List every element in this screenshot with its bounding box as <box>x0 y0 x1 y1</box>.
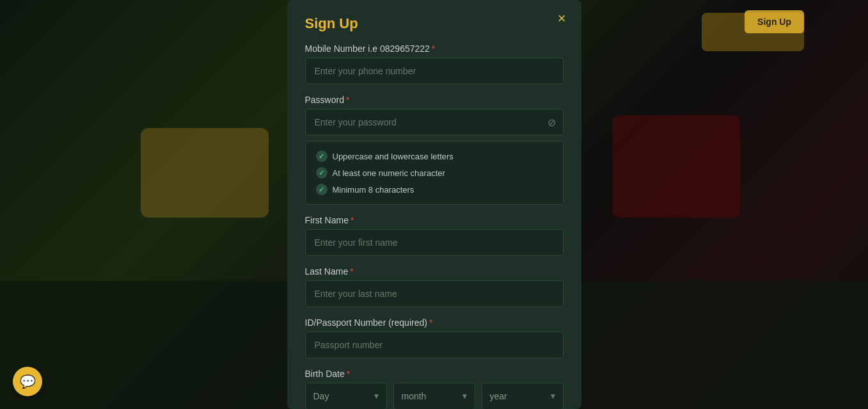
password-input[interactable] <box>305 109 564 136</box>
passport-label: ID/Passport Number (required)* <box>305 317 564 328</box>
hint-check-length <box>316 184 327 195</box>
last-name-input[interactable] <box>305 280 564 307</box>
close-button[interactable]: × <box>554 10 570 27</box>
signup-modal: × Sign Up Mobile Number i.e 0829657222* … <box>287 0 581 409</box>
birth-date-row: Day ▼ month ▼ year ▼ <box>305 383 564 409</box>
mobile-group: Mobile Number i.e 0829657222* <box>305 44 564 84</box>
year-select-wrapper: year ▼ <box>482 383 564 409</box>
hint-item-length: Minimum 8 characters <box>316 184 553 195</box>
modal-title: Sign Up <box>305 15 564 32</box>
hint-check-numeric <box>316 167 327 179</box>
modal-backdrop: × Sign Up Mobile Number i.e 0829657222* … <box>0 0 868 409</box>
first-name-input[interactable] <box>305 229 564 256</box>
first-name-group: First Name* <box>305 215 564 256</box>
chat-icon: 💬 <box>20 374 36 389</box>
year-select[interactable]: year <box>482 383 564 409</box>
chat-button[interactable]: 💬 <box>13 367 42 396</box>
password-group: Password* ⊘ Uppercase and lowercase lett… <box>305 95 564 205</box>
day-select[interactable]: Day <box>305 383 387 409</box>
birth-date-group: Birth Date* Day ▼ month ▼ y <box>305 369 564 409</box>
toggle-password-button[interactable]: ⊘ <box>548 116 556 129</box>
hint-item-uppercase: Uppercase and lowercase letters <box>316 150 553 162</box>
hint-item-numeric: At least one numeric character <box>316 167 553 179</box>
day-select-wrapper: Day ▼ <box>305 383 387 409</box>
first-name-label: First Name* <box>305 215 564 225</box>
hint-text-numeric: At least one numeric character <box>333 168 445 178</box>
password-hints-box: Uppercase and lowercase letters At least… <box>305 141 564 205</box>
passport-input[interactable] <box>305 332 564 358</box>
month-select-wrapper: month ▼ <box>393 383 475 409</box>
last-name-group: Last Name* <box>305 266 564 307</box>
month-select[interactable]: month <box>393 383 475 409</box>
password-wrapper: ⊘ <box>305 109 564 136</box>
mobile-label: Mobile Number i.e 0829657222* <box>305 44 564 54</box>
password-label: Password* <box>305 95 564 105</box>
birth-date-label: Birth Date* <box>305 369 564 379</box>
mobile-input[interactable] <box>305 58 564 84</box>
passport-group: ID/Passport Number (required)* <box>305 317 564 358</box>
last-name-label: Last Name* <box>305 266 564 277</box>
hint-text-length: Minimum 8 characters <box>333 185 414 195</box>
hint-text-uppercase: Uppercase and lowercase letters <box>333 152 454 161</box>
hint-check-uppercase <box>316 150 327 162</box>
